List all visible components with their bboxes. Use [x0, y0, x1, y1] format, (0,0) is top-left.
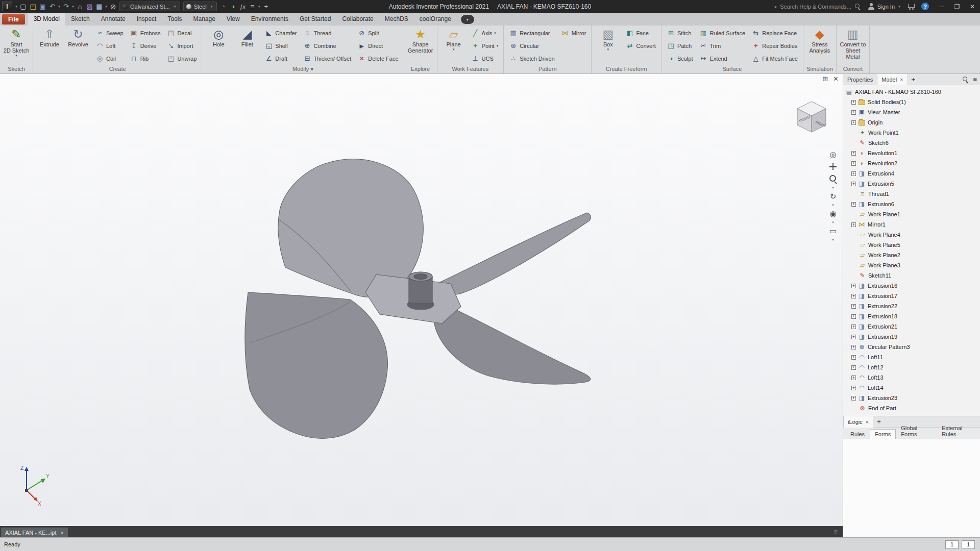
- sign-in-button[interactable]: Sign In ▾: [868, 3, 901, 10]
- sculpt-button[interactable]: Sculpt: [665, 52, 695, 65]
- plane-button[interactable]: Plane▾: [440, 27, 468, 65]
- expand-icon[interactable]: +: [851, 386, 856, 390]
- wheel-tool[interactable]: [827, 148, 839, 161]
- fx-icon[interactable]: [238, 2, 248, 12]
- close-icon[interactable]: ×: [866, 419, 869, 425]
- help-icon[interactable]: ?: [921, 3, 929, 10]
- orbit-tool[interactable]: [827, 190, 839, 203]
- repair-bodies-button[interactable]: Repair Bodies: [749, 39, 800, 52]
- inventor-logo[interactable]: I: [2, 2, 12, 11]
- panel-label-explore[interactable]: Explore: [404, 65, 437, 73]
- ilogic-forms-pane[interactable]: [843, 439, 980, 537]
- expand-icon[interactable]: +: [851, 222, 856, 227]
- sliders-icon[interactable]: [248, 2, 257, 12]
- expand-icon[interactable]: +: [851, 120, 856, 125]
- open-icon[interactable]: [28, 2, 38, 12]
- fan-blade-upper-right[interactable]: [437, 213, 591, 294]
- tree-item-end-of-part[interactable]: End of Part: [845, 403, 980, 413]
- stress-analysis-button[interactable]: Stress Analysis: [806, 27, 834, 65]
- ribbon-options-button[interactable]: ▾: [461, 15, 474, 24]
- plus-icon[interactable]: [261, 2, 271, 12]
- orbit-dropdown-arrow[interactable]: ▾: [832, 203, 834, 208]
- close-icon[interactable]: ×: [900, 77, 903, 83]
- expand-icon[interactable]: +: [851, 355, 856, 360]
- tree-item-work-plane2[interactable]: Work Plane2: [845, 250, 980, 260]
- ilogic-tab-external-rules[interactable]: External Rules: [937, 423, 980, 439]
- chamfer-button[interactable]: Chamfer: [262, 27, 299, 39]
- add-browser-tab-button[interactable]: +: [908, 76, 919, 83]
- expand-icon[interactable]: +: [851, 314, 856, 319]
- panel-label-convert[interactable]: Convert: [837, 65, 869, 73]
- model-viewport[interactable]: ⊞ ✕ FRONT RIGHT ▾▾▾▾ Z Y X: [0, 74, 843, 526]
- patch-button[interactable]: Patch: [665, 39, 695, 52]
- panel-label-modify[interactable]: Modify ▾: [202, 65, 403, 73]
- rib-button[interactable]: Rib: [128, 52, 163, 65]
- direct-button[interactable]: Direct: [355, 39, 400, 52]
- redo-dropdown-arrow[interactable]: ▾: [71, 5, 75, 9]
- tree-item-sketch6[interactable]: Sketch6: [845, 138, 980, 148]
- tree-item-extrusion4[interactable]: +Extrusion4: [845, 168, 980, 179]
- tree-item-extrusion22[interactable]: +Extrusion22: [845, 301, 980, 311]
- store-cart-icon[interactable]: [908, 3, 915, 10]
- delete-face-button[interactable]: Delete Face: [355, 52, 400, 65]
- tab-manage[interactable]: Manage: [187, 13, 220, 26]
- appearance-dropdown[interactable]: Steel ▾: [183, 2, 217, 11]
- collapse-arrow-icon[interactable]: ▸: [775, 4, 777, 9]
- colorwheel-icon[interactable]: [218, 2, 228, 12]
- material-dropdown[interactable]: Galvanized St... ▾: [119, 2, 180, 11]
- expand-icon[interactable]: +: [851, 396, 856, 400]
- file-menu-button[interactable]: File: [2, 14, 25, 24]
- tab-collaborate[interactable]: Collaborate: [336, 13, 379, 26]
- tree-item-extrusion17[interactable]: +Extrusion17: [845, 291, 980, 301]
- chevron-down-icon[interactable]: ▾: [15, 54, 17, 58]
- tab-tools[interactable]: Tools: [162, 13, 187, 26]
- tree-item-work-plane4[interactable]: Work Plane4: [845, 230, 980, 240]
- fit-mesh-face-button[interactable]: Fit Mesh Face: [749, 52, 800, 65]
- tab-sketch[interactable]: Sketch: [65, 13, 95, 26]
- expand-icon[interactable]: +: [851, 294, 856, 298]
- tree-item-mirror1[interactable]: +Mirror1: [845, 219, 980, 230]
- import-button[interactable]: Import: [164, 39, 199, 52]
- redo-icon[interactable]: [61, 2, 71, 12]
- mirror-button[interactable]: Mirror: [559, 27, 589, 39]
- expand-icon[interactable]: +: [851, 304, 856, 309]
- box-button[interactable]: Box▾: [594, 27, 622, 65]
- restore-window-icon[interactable]: ⊞: [822, 75, 828, 83]
- tree-item-extrusion6[interactable]: +Extrusion6: [845, 199, 980, 209]
- extend-button[interactable]: Extend: [697, 52, 747, 65]
- panel-label-simulation[interactable]: Simulation: [803, 65, 836, 73]
- undo-icon[interactable]: [47, 2, 57, 12]
- convert-button[interactable]: Convert: [623, 39, 658, 52]
- rect-tool[interactable]: [827, 225, 839, 237]
- emboss-button[interactable]: Emboss: [128, 27, 163, 39]
- pan-tool[interactable]: [827, 161, 839, 173]
- tree-item-work-plane1[interactable]: Work Plane1: [845, 209, 980, 219]
- extrude-button[interactable]: Extrude: [36, 27, 63, 65]
- tree-item-loft11[interactable]: +Loft11: [845, 352, 980, 362]
- ruled-surface-button[interactable]: Ruled Surface: [697, 27, 747, 39]
- tree-item-extrusion18[interactable]: +Extrusion18: [845, 311, 980, 321]
- expand-icon[interactable]: +: [851, 365, 856, 370]
- tree-item-revolution2[interactable]: +Revolution2: [845, 158, 980, 168]
- panel-label-sketch[interactable]: Sketch: [0, 65, 33, 73]
- tab-ilogic[interactable]: iLogic ×: [843, 416, 873, 428]
- ucs-button[interactable]: UCS: [469, 52, 501, 65]
- panel-label-pattern[interactable]: Pattern: [504, 65, 591, 73]
- tree-item-extrusion21[interactable]: +Extrusion21: [845, 321, 980, 332]
- expand-icon[interactable]: +: [851, 335, 856, 339]
- expand-icon[interactable]: +: [851, 161, 856, 166]
- face-button[interactable]: Face: [623, 27, 658, 39]
- override-icon[interactable]: [108, 2, 118, 12]
- undo-dropdown-arrow[interactable]: ▾: [57, 5, 61, 9]
- tab-properties[interactable]: Properties: [843, 74, 877, 85]
- expand-icon[interactable]: +: [851, 110, 856, 115]
- fan-blade-upper-left[interactable]: [278, 159, 423, 297]
- loft-button[interactable]: Loft: [93, 39, 126, 52]
- grid-dropdown-arrow[interactable]: ▾: [104, 5, 108, 9]
- tree-item-sketch11[interactable]: Sketch11: [845, 270, 980, 281]
- expand-icon[interactable]: +: [851, 202, 856, 207]
- tree-item-extrusion19[interactable]: +Extrusion19: [845, 332, 980, 342]
- tree-item-work-plane5[interactable]: Work Plane5: [845, 240, 980, 250]
- tab-list-menu-icon[interactable]: ≡: [834, 527, 838, 537]
- maximize-button[interactable]: ❐: [949, 0, 965, 13]
